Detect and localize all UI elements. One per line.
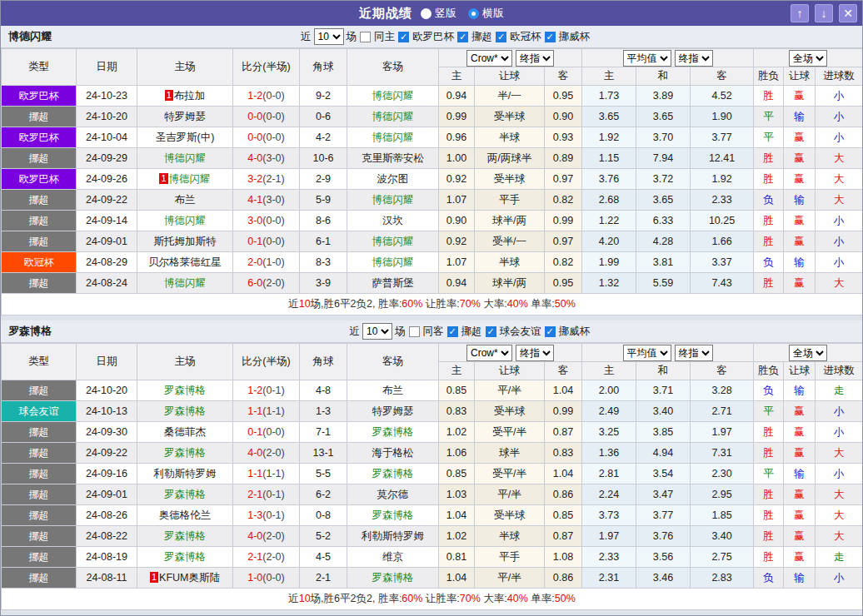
layout-radio-vertical[interactable]: 竖版 xyxy=(421,6,456,21)
away-team-cell: 博德闪耀 xyxy=(347,86,439,107)
radio-horizontal-icon[interactable] xyxy=(468,8,479,19)
away-team-cell: 波尔图 xyxy=(347,169,439,190)
avg-draw: 3.47 xyxy=(636,484,691,505)
result-goals: 大 xyxy=(816,190,863,211)
league-checkbox[interactable] xyxy=(398,32,409,42)
column-header: 类型 xyxy=(2,344,77,380)
table-row: 挪超24-09-01罗森博格2-1(0-1)6-2莫尔德1.03平/半0.862… xyxy=(2,484,863,505)
odds-away: 0.82 xyxy=(545,190,582,211)
home-team: 博德闪耀 xyxy=(164,215,206,226)
league-checkbox[interactable] xyxy=(447,326,458,337)
away-team: 波尔图 xyxy=(377,173,409,185)
column-header: 比分(半场) xyxy=(233,344,300,380)
sub-column-header: 主 xyxy=(582,362,636,380)
result-goals: 大 xyxy=(816,148,863,169)
table-row: 挪超24-08-24博德闪耀6-0(2-0)3-9萨普斯堡0.94球半/两0.9… xyxy=(2,273,863,294)
halftime-score: (1-1) xyxy=(262,405,284,417)
league-label: 欧罗巴杯 xyxy=(412,30,454,44)
same-venue-checkbox[interactable] xyxy=(409,326,420,337)
home-team: 奥德格伦兰 xyxy=(159,509,212,521)
odds-away: 0.99 xyxy=(545,401,582,422)
same-venue-checkbox[interactable] xyxy=(360,32,371,42)
handicap-line: 受半球 xyxy=(475,169,545,190)
corner-score: 5-9 xyxy=(300,190,347,211)
sections-root: 博德闪耀近10场同主欧罗巴杯挪超欧冠杯挪威杯类型日期主场比分(半场)角球客场Cr… xyxy=(1,26,862,610)
league-checkbox[interactable] xyxy=(545,32,556,42)
result-goals: 大 xyxy=(816,169,863,190)
avg-away: 2.33 xyxy=(691,190,754,211)
recent-count-select[interactable]: 10 xyxy=(314,28,344,45)
average-select[interactable]: 平均值 xyxy=(623,50,671,67)
avg-draw: 4.28 xyxy=(636,231,691,252)
away-team: 罗森博格 xyxy=(372,468,414,479)
avg-draw: 3.65 xyxy=(636,107,691,127)
halftime-score: (0-0) xyxy=(262,426,284,438)
summary-segment: 60% xyxy=(402,593,422,604)
column-header: 日期 xyxy=(77,49,137,86)
odds-source-select[interactable]: Crow* xyxy=(466,50,512,67)
halftime-score: (0-0) xyxy=(262,572,284,584)
average-final-select[interactable]: 终指 xyxy=(675,345,713,361)
table-row: 挪超24-09-22布兰4-1(3-0)5-9博德闪耀1.07平手0.822.6… xyxy=(2,190,863,211)
column-header: 角球 xyxy=(300,344,347,380)
move-up-button[interactable]: ↑ xyxy=(791,4,809,22)
odds-home: 1.02 xyxy=(439,526,475,547)
odds-away: 0.87 xyxy=(545,422,582,443)
layout-radio-group: 竖版 横版 xyxy=(421,6,504,21)
result-goals: 大 xyxy=(816,526,863,547)
average-select[interactable]: 平均值 xyxy=(623,345,671,361)
summary-cell: 近10场,胜6平2负2, 胜率:60% 让胜率:70% 大率:40% 单率:50… xyxy=(2,589,863,610)
result-handicap: 输 xyxy=(784,252,816,273)
avg-draw: 3.65 xyxy=(636,190,691,211)
league-checkbox[interactable] xyxy=(486,326,496,337)
match-type-cell: 挪超 xyxy=(2,231,77,252)
final-odds-select[interactable]: 终指 xyxy=(516,50,554,67)
recent-count-select[interactable]: 10 xyxy=(362,323,392,340)
avg-home: 1.36 xyxy=(582,443,636,464)
result-handicap: 输 xyxy=(784,380,816,401)
corner-score: 0-6 xyxy=(300,107,347,127)
avg-away: 2.83 xyxy=(691,568,754,589)
sub-column-header: 让球 xyxy=(784,362,816,380)
odds-home: 0.90 xyxy=(439,211,475,231)
halftime-score: (1-0) xyxy=(262,256,284,268)
column-header: 日期 xyxy=(77,344,137,380)
handicap-line: 半球 xyxy=(475,252,545,273)
odds-away: 0.86 xyxy=(545,568,582,589)
home-team-cell: 贝尔格莱德红星 xyxy=(137,252,233,273)
odds-home: 0.96 xyxy=(439,127,475,148)
halftime-score: (2-0) xyxy=(262,277,284,289)
corner-score: 5-2 xyxy=(300,526,347,547)
summary-segment: 70% xyxy=(460,593,481,604)
avg-draw: 3.81 xyxy=(636,252,691,273)
summary-segment: 大率: xyxy=(481,593,507,604)
corner-score: 10-6 xyxy=(300,148,347,169)
result-handicap: 输 xyxy=(784,464,816,484)
avg-away: 1.92 xyxy=(691,169,754,190)
odds-home: 0.94 xyxy=(439,273,475,294)
sub-column-header: 让球 xyxy=(784,67,816,86)
avg-away: 2.30 xyxy=(691,464,754,484)
average-final-select[interactable]: 终指 xyxy=(675,50,713,67)
close-button[interactable]: ✕ xyxy=(839,4,857,22)
match-type-badge: 欧罗巴杯 xyxy=(2,169,76,189)
fulltime-select[interactable]: 全场 xyxy=(789,50,827,67)
odds-away: 0.86 xyxy=(545,484,582,505)
match-type-badge: 挪超 xyxy=(2,231,76,251)
fulltime-select-group: 全场 xyxy=(754,344,863,362)
radio-vertical-icon[interactable] xyxy=(421,8,432,19)
avg-home: 1.32 xyxy=(582,273,636,294)
sub-column-header: 客 xyxy=(691,362,754,380)
column-header: 客场 xyxy=(347,344,439,380)
move-down-button[interactable]: ↓ xyxy=(815,4,833,22)
league-checkbox[interactable] xyxy=(457,32,468,42)
league-checkbox[interactable] xyxy=(545,326,556,337)
layout-radio-horizontal[interactable]: 横版 xyxy=(468,6,504,21)
final-odds-select[interactable]: 终指 xyxy=(516,345,554,361)
radio-vertical-label: 竖版 xyxy=(435,6,456,21)
handicap-line: 球半/两 xyxy=(475,273,545,294)
away-team-cell: 维京 xyxy=(347,547,439,568)
odds-source-select[interactable]: Crow* xyxy=(466,345,512,361)
league-checkbox[interactable] xyxy=(496,32,506,42)
fulltime-select[interactable]: 全场 xyxy=(789,345,827,361)
